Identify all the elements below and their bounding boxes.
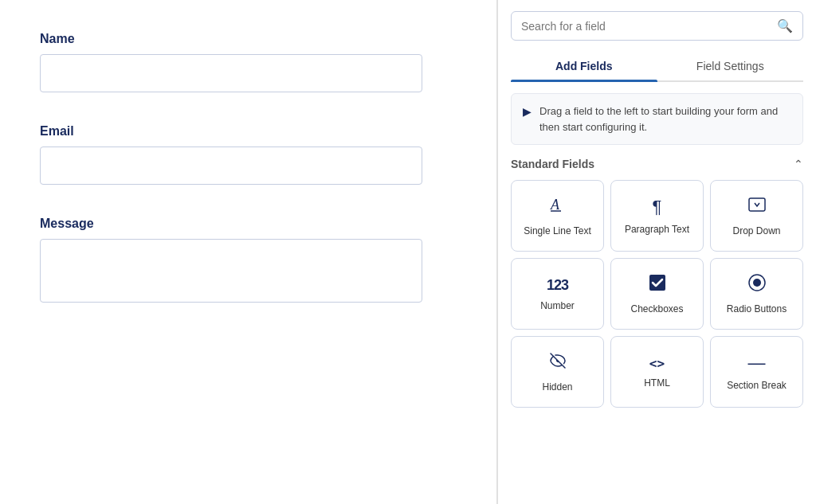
message-field: Message [40, 217, 457, 303]
search-bar[interactable]: 🔍 [511, 11, 803, 41]
field-card-single-line-text[interactable]: A Single Line Text [511, 180, 604, 252]
section-break-label: Section Break [727, 380, 787, 391]
field-card-hidden[interactable]: Hidden [511, 336, 604, 408]
paragraph-text-icon: ¶ [653, 197, 662, 217]
drop-down-label: Drop Down [732, 225, 780, 236]
hidden-label: Hidden [542, 381, 572, 393]
single-line-text-label: Single Line Text [524, 225, 591, 236]
cursor-icon: ▶ [523, 105, 532, 118]
search-icon: 🔍 [777, 18, 793, 33]
info-text: Drag a field to the left to start buildi… [539, 104, 791, 135]
tabs-container: Add Fields Field Settings [511, 52, 803, 82]
radio-buttons-icon [747, 273, 767, 297]
standard-fields-header: Standard Fields ⌃ [511, 158, 803, 170]
drop-down-icon [747, 195, 767, 219]
number-icon: 123 [547, 277, 568, 294]
email-input[interactable] [40, 147, 422, 185]
message-label: Message [40, 217, 457, 231]
name-field: Name [40, 32, 457, 92]
single-line-text-icon: A [548, 195, 567, 219]
svg-text:A: A [550, 197, 560, 213]
field-card-html[interactable]: <> HTML [610, 336, 704, 408]
name-label: Name [40, 32, 457, 46]
sidebar-panel: 🔍 Add Fields Field Settings ▶ Drag a fie… [497, 0, 816, 504]
tab-add-fields[interactable]: Add Fields [511, 52, 657, 80]
hidden-icon [548, 351, 567, 375]
fields-grid: A Single Line Text ¶ Paragraph Text Drop… [511, 180, 803, 408]
number-label: Number [540, 300, 575, 311]
standard-fields-title: Standard Fields [511, 158, 594, 170]
svg-rect-2 [749, 198, 765, 211]
name-input[interactable] [40, 54, 422, 92]
message-textarea[interactable] [40, 239, 422, 303]
field-card-paragraph-text[interactable]: ¶ Paragraph Text [610, 180, 704, 252]
radio-buttons-label: Radio Buttons [727, 303, 787, 315]
form-panel: Name Email Message [0, 0, 497, 504]
checkboxes-label: Checkboxes [630, 303, 683, 315]
field-card-checkboxes[interactable]: Checkboxes [610, 258, 704, 330]
html-label: HTML [644, 377, 670, 389]
search-input[interactable] [521, 20, 777, 33]
email-field: Email [40, 124, 457, 185]
field-card-radio-buttons[interactable]: Radio Buttons [710, 258, 803, 330]
chevron-up-icon[interactable]: ⌃ [794, 158, 803, 170]
section-break-icon: — [748, 353, 766, 373]
paragraph-text-label: Paragraph Text [625, 224, 689, 235]
email-label: Email [40, 124, 457, 139]
svg-point-5 [753, 279, 761, 287]
field-card-drop-down[interactable]: Drop Down [710, 180, 803, 252]
tab-field-settings[interactable]: Field Settings [657, 52, 804, 80]
info-box: ▶ Drag a field to the left to start buil… [511, 93, 803, 145]
html-icon: <> [649, 356, 665, 371]
field-card-section-break[interactable]: — Section Break [710, 336, 803, 408]
checkboxes-icon [648, 273, 667, 297]
field-card-number[interactable]: 123 Number [511, 258, 604, 330]
